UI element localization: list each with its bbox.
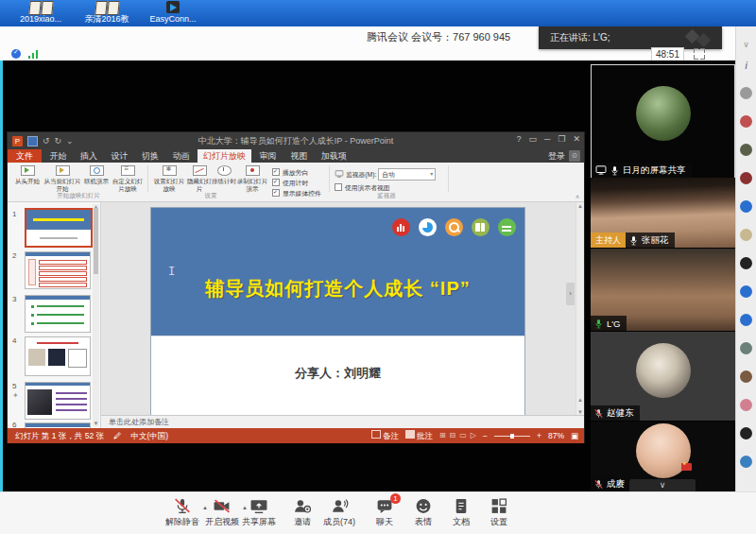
security-shield-icon[interactable] — [11, 49, 21, 59]
slide-thumbnail-2[interactable] — [25, 251, 91, 289]
video-tile-screen-share[interactable]: 日月的屏幕共享 — [591, 64, 735, 179]
fit-slide-icon[interactable]: ▣ — [571, 428, 578, 443]
chat-button[interactable]: 1 聊天 — [363, 497, 406, 528]
restore-button[interactable]: ❐ — [558, 134, 565, 144]
ribbon-separator — [147, 165, 148, 192]
meeting-timer: 48:51 — [651, 47, 684, 61]
checkbox-unchecked-icon — [335, 183, 342, 191]
tab-animations[interactable]: 动画 — [167, 149, 196, 163]
mini-avatar — [740, 427, 752, 439]
sorter-view-icon[interactable]: ⊟ — [450, 428, 456, 443]
minimize-button[interactable]: ─ — [544, 134, 550, 144]
tab-review[interactable]: 审阅 — [254, 149, 283, 163]
participant-name: L'G — [607, 319, 621, 329]
fullscreen-button[interactable] — [694, 48, 705, 60]
tab-home[interactable]: 开始 — [44, 149, 73, 163]
reading-view-icon[interactable]: ▭ — [459, 428, 467, 443]
ribbon-display-button[interactable]: ▭ — [528, 134, 537, 144]
members-button[interactable]: 成员(74) — [318, 497, 361, 528]
close-button[interactable]: ✕ — [573, 134, 580, 144]
ribbon-separator — [448, 165, 449, 192]
account-icon[interactable]: ☺ — [569, 150, 580, 162]
slide-subtitle-area: 分享人：刘明耀 — [151, 336, 524, 416]
desktop-icon-2019xiao[interactable]: 2019xiao... — [8, 1, 74, 24]
custom-slideshow-button[interactable]: 自定义幻灯片放映 — [112, 164, 144, 193]
slide-thumbnail-panel[interactable]: 1 2 3 4 5 — [8, 202, 101, 428]
tab-file[interactable]: 文件 — [8, 149, 42, 163]
bar-chart-icon — [392, 218, 410, 236]
book-icon — [472, 218, 490, 236]
grid-icon — [498, 218, 516, 236]
scroll-down-icon[interactable]: ▼ — [93, 421, 99, 426]
ppt-window-title: 中北大学：辅导员如何打造个人成长IP - PowerPoint — [8, 135, 584, 147]
slide-thumbnail-3[interactable] — [25, 295, 91, 333]
spellcheck-icon[interactable]: 🖉 — [113, 428, 122, 443]
desktop-icon-qinqing2016[interactable]: 亲清2016教 — [74, 1, 140, 24]
slideshow-view-icon[interactable]: ▷ — [471, 428, 476, 443]
zoom-level[interactable]: 87% — [548, 428, 564, 443]
mic-muted-icon — [594, 408, 603, 419]
tab-transitions[interactable]: 切换 — [136, 149, 164, 163]
mini-avatar — [740, 229, 752, 241]
notes-toggle[interactable]: 备注 — [371, 428, 399, 443]
rehearse-timings-button[interactable]: 排练计时 — [212, 164, 236, 185]
comments-toggle[interactable]: 批注 — [405, 428, 433, 443]
slide-canvas[interactable]: I 辅导员如何打造个人成长 “IP” 分享人：刘明耀 — [150, 207, 525, 416]
video-tile-muted[interactable]: 赵健东 — [591, 332, 735, 421]
zoom-in-button[interactable]: + — [537, 428, 541, 443]
zoom-slider-knob[interactable] — [510, 434, 514, 439]
chat-badge: 1 — [390, 493, 401, 504]
unmute-button[interactable]: 解除静音 — [161, 497, 204, 528]
language-indicator[interactable]: 中文(中国) — [131, 428, 169, 443]
avatar — [636, 86, 691, 141]
tab-addins[interactable]: 加载项 — [316, 149, 352, 163]
tab-slideshow[interactable]: 幻灯片放映 — [198, 149, 251, 163]
settings-button[interactable]: 设置 — [477, 497, 521, 528]
share-screen-button[interactable]: 共享屏幕 — [237, 497, 281, 528]
strip-header: i — [736, 60, 756, 71]
presenter-name: 分享人：刘明耀 — [151, 365, 524, 382]
mini-avatar — [740, 314, 752, 326]
ppt-titlebar[interactable]: P ↺ ↻ ⌄ 中北大学：辅导员如何打造个人成长IP - PowerPoint … — [8, 132, 584, 149]
editor-scrollbar[interactable]: ▲ ▲ ▼ — [576, 202, 584, 416]
sign-in-link[interactable]: 登录 — [548, 149, 565, 163]
use-timings-checkbox[interactable]: 使用计时 — [272, 178, 308, 187]
next-slide-button[interactable]: › — [566, 283, 575, 305]
tab-view[interactable]: 视图 — [284, 149, 313, 163]
slide-thumbnail-5[interactable] — [25, 382, 91, 420]
record-slideshow-button[interactable]: 录制幻灯片演示 — [236, 164, 268, 193]
from-beginning-button[interactable]: 从头开始 — [13, 164, 42, 185]
chevron-down-icon[interactable]: ∨ — [736, 40, 756, 49]
collapse-ribbon-icon[interactable]: ˄ — [576, 194, 579, 200]
pie-chart-icon — [419, 218, 437, 236]
comments-icon — [405, 430, 415, 439]
slide-thumbnail-4[interactable] — [25, 336, 91, 376]
notes-icon — [371, 430, 381, 439]
hide-slide-button[interactable]: 隐藏幻灯片 — [187, 164, 212, 193]
tab-insert[interactable]: 插入 — [75, 149, 103, 163]
notes-pane[interactable]: 单击此处添加备注 — [101, 415, 584, 428]
video-tile-speaker[interactable]: L'G — [591, 249, 735, 331]
scrollbar-thumb[interactable] — [94, 208, 98, 274]
tab-design[interactable]: 设计 — [106, 149, 134, 163]
monitor-dropdown[interactable]: 自动▾ — [378, 168, 436, 181]
slide-thumbnail-1[interactable] — [25, 208, 93, 248]
zoom-slider[interactable] — [494, 436, 530, 437]
show-media-controls-checkbox[interactable]: 显示媒体控件 — [272, 188, 321, 198]
setup-slideshow-button[interactable]: 设置幻灯片放映 — [151, 164, 187, 193]
video-tile-host[interactable]: 主持人 张丽花 — [591, 178, 735, 248]
desktop-icon-easyconnect[interactable]: EasyConn... — [140, 1, 206, 24]
scroll-up-icon[interactable]: ▲ — [576, 203, 584, 209]
from-current-slide-button[interactable]: 从当前幻灯片开始 — [43, 164, 81, 193]
present-online-icon — [90, 165, 104, 176]
host-badge: 主持人 — [591, 233, 626, 248]
zoom-out-button[interactable]: − — [483, 428, 488, 443]
thumbnail-scrollbar[interactable]: ▲ ▼ — [93, 204, 99, 426]
prev-slide-icon[interactable]: ▲ — [576, 397, 584, 403]
help-button[interactable]: ? — [516, 134, 521, 144]
present-online-button[interactable]: 联机演示 — [83, 164, 110, 185]
collapse-videos-button[interactable]: ∨ — [629, 479, 696, 491]
normal-view-icon[interactable]: ⊞ — [439, 428, 446, 443]
play-narrations-checkbox[interactable]: 播放旁白 — [272, 167, 308, 177]
flag-badge — [681, 463, 692, 471]
